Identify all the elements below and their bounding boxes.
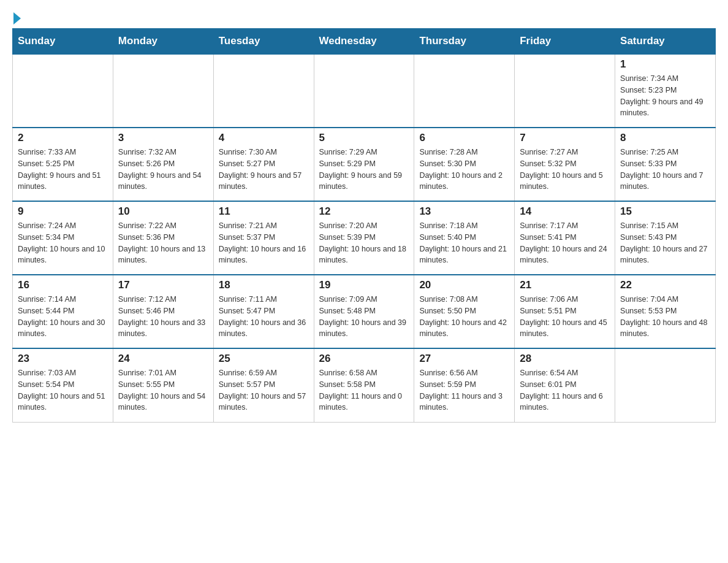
calendar-cell: 4Sunrise: 7:30 AMSunset: 5:27 PMDaylight… — [213, 128, 314, 201]
day-number: 23 — [18, 353, 108, 365]
calendar-cell: 28Sunrise: 6:54 AMSunset: 6:01 PMDayligh… — [515, 348, 615, 422]
calendar-header: SundayMondayTuesdayWednesdayThursdayFrid… — [13, 29, 716, 55]
logo-text — [12, 12, 21, 25]
day-number: 22 — [620, 279, 710, 291]
day-number: 21 — [520, 279, 610, 291]
calendar-cell: 20Sunrise: 7:08 AMSunset: 5:50 PMDayligh… — [414, 275, 515, 348]
day-number: 10 — [118, 205, 208, 218]
day-info: Sunrise: 7:22 AMSunset: 5:36 PMDaylight:… — [118, 220, 208, 266]
calendar-cell — [314, 54, 414, 128]
calendar-cell — [414, 54, 515, 128]
calendar-cell: 3Sunrise: 7:32 AMSunset: 5:26 PMDaylight… — [113, 128, 213, 201]
day-number: 18 — [219, 279, 309, 291]
days-of-week-row: SundayMondayTuesdayWednesdayThursdayFrid… — [13, 29, 716, 55]
calendar-cell: 7Sunrise: 7:27 AMSunset: 5:32 PMDaylight… — [515, 128, 615, 201]
day-number: 11 — [219, 205, 309, 218]
day-number: 6 — [419, 132, 509, 144]
day-info: Sunrise: 7:21 AMSunset: 5:37 PMDaylight:… — [219, 220, 309, 266]
day-of-week-header: Saturday — [615, 29, 716, 55]
calendar-cell: 12Sunrise: 7:20 AMSunset: 5:39 PMDayligh… — [314, 201, 414, 275]
day-of-week-header: Sunday — [13, 29, 113, 55]
day-info: Sunrise: 7:12 AMSunset: 5:46 PMDaylight:… — [118, 294, 208, 340]
calendar-cell: 15Sunrise: 7:15 AMSunset: 5:43 PMDayligh… — [615, 201, 716, 275]
logo — [12, 12, 21, 22]
day-info: Sunrise: 7:27 AMSunset: 5:32 PMDaylight:… — [520, 147, 610, 193]
day-info: Sunrise: 7:20 AMSunset: 5:39 PMDaylight:… — [319, 220, 409, 266]
day-info: Sunrise: 7:18 AMSunset: 5:40 PMDaylight:… — [419, 220, 509, 266]
calendar-week-row: 16Sunrise: 7:14 AMSunset: 5:44 PMDayligh… — [13, 275, 716, 348]
calendar-cell — [13, 54, 113, 128]
calendar-table: SundayMondayTuesdayWednesdayThursdayFrid… — [12, 28, 716, 423]
day-number: 19 — [319, 279, 409, 291]
day-number: 12 — [319, 205, 409, 218]
day-number: 3 — [118, 132, 208, 144]
day-of-week-header: Wednesday — [314, 29, 414, 55]
calendar-week-row: 1Sunrise: 7:34 AMSunset: 5:23 PMDaylight… — [13, 54, 716, 128]
calendar-cell: 18Sunrise: 7:11 AMSunset: 5:47 PMDayligh… — [213, 275, 314, 348]
day-info: Sunrise: 7:32 AMSunset: 5:26 PMDaylight:… — [118, 147, 208, 193]
calendar-cell — [515, 54, 615, 128]
day-info: Sunrise: 7:11 AMSunset: 5:47 PMDaylight:… — [219, 294, 309, 340]
logo-arrow-icon — [13, 12, 21, 25]
day-info: Sunrise: 7:17 AMSunset: 5:41 PMDaylight:… — [520, 220, 610, 266]
calendar-cell: 23Sunrise: 7:03 AMSunset: 5:54 PMDayligh… — [13, 348, 113, 422]
calendar-week-row: 2Sunrise: 7:33 AMSunset: 5:25 PMDaylight… — [13, 128, 716, 201]
calendar-cell: 8Sunrise: 7:25 AMSunset: 5:33 PMDaylight… — [615, 128, 716, 201]
calendar-cell: 11Sunrise: 7:21 AMSunset: 5:37 PMDayligh… — [213, 201, 314, 275]
day-info: Sunrise: 6:59 AMSunset: 5:57 PMDaylight:… — [219, 367, 309, 413]
day-number: 20 — [419, 279, 509, 291]
calendar-cell: 14Sunrise: 7:17 AMSunset: 5:41 PMDayligh… — [515, 201, 615, 275]
day-info: Sunrise: 7:09 AMSunset: 5:48 PMDaylight:… — [319, 294, 409, 340]
day-number: 2 — [18, 132, 108, 144]
day-number: 4 — [219, 132, 309, 144]
day-info: Sunrise: 6:56 AMSunset: 5:59 PMDaylight:… — [419, 367, 509, 413]
day-info: Sunrise: 7:25 AMSunset: 5:33 PMDaylight:… — [620, 147, 710, 193]
calendar-cell: 25Sunrise: 6:59 AMSunset: 5:57 PMDayligh… — [213, 348, 314, 422]
day-number: 13 — [419, 205, 509, 218]
calendar-cell: 19Sunrise: 7:09 AMSunset: 5:48 PMDayligh… — [314, 275, 414, 348]
day-number: 24 — [118, 353, 208, 365]
calendar-cell: 27Sunrise: 6:56 AMSunset: 5:59 PMDayligh… — [414, 348, 515, 422]
day-number: 7 — [520, 132, 610, 144]
calendar-cell: 24Sunrise: 7:01 AMSunset: 5:55 PMDayligh… — [113, 348, 213, 422]
day-number: 25 — [219, 353, 309, 365]
calendar-cell: 1Sunrise: 7:34 AMSunset: 5:23 PMDaylight… — [615, 54, 716, 128]
calendar-week-row: 9Sunrise: 7:24 AMSunset: 5:34 PMDaylight… — [13, 201, 716, 275]
calendar-cell: 6Sunrise: 7:28 AMSunset: 5:30 PMDaylight… — [414, 128, 515, 201]
calendar-body: 1Sunrise: 7:34 AMSunset: 5:23 PMDaylight… — [13, 54, 716, 422]
day-number: 9 — [18, 205, 108, 218]
day-info: Sunrise: 7:06 AMSunset: 5:51 PMDaylight:… — [520, 294, 610, 340]
calendar-cell — [213, 54, 314, 128]
calendar-cell: 5Sunrise: 7:29 AMSunset: 5:29 PMDaylight… — [314, 128, 414, 201]
calendar-cell — [113, 54, 213, 128]
day-info: Sunrise: 7:29 AMSunset: 5:29 PMDaylight:… — [319, 147, 409, 193]
calendar-cell — [615, 348, 716, 422]
day-info: Sunrise: 7:04 AMSunset: 5:53 PMDaylight:… — [620, 294, 710, 340]
calendar-cell: 10Sunrise: 7:22 AMSunset: 5:36 PMDayligh… — [113, 201, 213, 275]
calendar-cell: 13Sunrise: 7:18 AMSunset: 5:40 PMDayligh… — [414, 201, 515, 275]
calendar-cell: 2Sunrise: 7:33 AMSunset: 5:25 PMDaylight… — [13, 128, 113, 201]
calendar-cell: 26Sunrise: 6:58 AMSunset: 5:58 PMDayligh… — [314, 348, 414, 422]
day-info: Sunrise: 7:15 AMSunset: 5:43 PMDaylight:… — [620, 220, 710, 266]
day-info: Sunrise: 7:33 AMSunset: 5:25 PMDaylight:… — [18, 147, 108, 193]
calendar-week-row: 23Sunrise: 7:03 AMSunset: 5:54 PMDayligh… — [13, 348, 716, 422]
day-number: 1 — [620, 58, 710, 71]
day-of-week-header: Thursday — [414, 29, 515, 55]
day-number: 27 — [419, 353, 509, 365]
day-info: Sunrise: 7:03 AMSunset: 5:54 PMDaylight:… — [18, 367, 108, 413]
day-info: Sunrise: 7:14 AMSunset: 5:44 PMDaylight:… — [18, 294, 108, 340]
day-number: 17 — [118, 279, 208, 291]
day-number: 28 — [520, 353, 610, 365]
day-info: Sunrise: 7:08 AMSunset: 5:50 PMDaylight:… — [419, 294, 509, 340]
day-of-week-header: Monday — [113, 29, 213, 55]
day-number: 16 — [18, 279, 108, 291]
day-number: 8 — [620, 132, 710, 144]
calendar-cell: 22Sunrise: 7:04 AMSunset: 5:53 PMDayligh… — [615, 275, 716, 348]
day-number: 26 — [319, 353, 409, 365]
day-of-week-header: Tuesday — [213, 29, 314, 55]
day-info: Sunrise: 7:30 AMSunset: 5:27 PMDaylight:… — [219, 147, 309, 193]
calendar-cell: 17Sunrise: 7:12 AMSunset: 5:46 PMDayligh… — [113, 275, 213, 348]
day-number: 14 — [520, 205, 610, 218]
day-number: 5 — [319, 132, 409, 144]
day-info: Sunrise: 7:24 AMSunset: 5:34 PMDaylight:… — [18, 220, 108, 266]
